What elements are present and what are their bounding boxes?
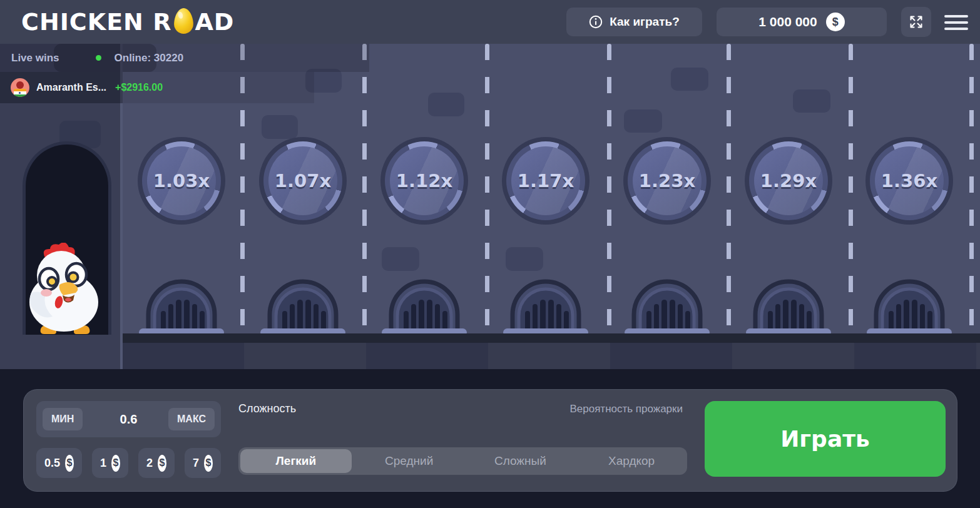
tab-hardcore[interactable]: Хардкор (576, 447, 687, 475)
road-bump (428, 93, 464, 116)
info-icon (589, 15, 603, 29)
sidewalk (0, 343, 980, 369)
player-name: Amaranth Es... (36, 82, 106, 93)
road-bump (624, 109, 662, 133)
road-bump (671, 68, 708, 91)
chicken-character (24, 243, 106, 343)
multiplier-tile-6[interactable]: 1.29x (745, 137, 832, 225)
road-bump (382, 247, 419, 271)
road-bump (262, 115, 298, 139)
multiplier-tile-4[interactable]: 1.17x (502, 137, 590, 225)
multiplier-value: 1.17x (502, 137, 590, 225)
live-win-entry[interactable]: Amaranth Es... +$2916.00 (0, 72, 313, 103)
difficulty-tabs: Легкий Средний Сложный Хардкор (238, 447, 687, 475)
live-wins-bar: Live wins Online: 30220 (0, 44, 369, 72)
fullscreen-icon (909, 14, 924, 29)
sewer-grate (745, 276, 832, 336)
difficulty-label: Сложность (238, 402, 296, 415)
quick-bet-7-button[interactable]: 7 $ (185, 448, 221, 478)
lane-divider (485, 44, 489, 338)
how-to-play-label: Как играть? (610, 15, 680, 29)
game-road: 1.03x 1.07x 1.12x 1.17x 1.23x 1.29x 1.36… (0, 44, 980, 369)
play-button[interactable]: Играть (705, 401, 946, 477)
header: CHICKEN R AD Как играть? 1 000 000 $ (0, 0, 980, 44)
control-panel: МИН МАКС 0.5 $ 1 $ 2 $ 7 $ Сложность Вер… (23, 389, 957, 492)
balance-value: 1 000 000 (758, 14, 817, 29)
tab-medium[interactable]: Средний (354, 447, 465, 475)
sewer-grate (865, 276, 953, 336)
dollar-coin-icon: $ (111, 455, 120, 472)
lane-divider (849, 44, 853, 338)
how-to-play-button[interactable]: Как играть? (566, 8, 702, 36)
menu-button[interactable] (944, 15, 968, 30)
multiplier-value: 1.36x (865, 137, 953, 225)
roast-probability-label: Вероятность прожарки (457, 403, 683, 415)
road-bump (793, 89, 830, 113)
dollar-coin-icon: $ (826, 13, 845, 31)
sewer-grate (380, 276, 468, 336)
multiplier-tile-3[interactable]: 1.12x (380, 137, 468, 225)
menu-icon (944, 15, 968, 18)
logo-text-left: CHICKEN R (21, 8, 171, 36)
multiplier-tile-5[interactable]: 1.23x (623, 137, 711, 225)
multiplier-tile-2[interactable]: 1.07x (259, 137, 347, 225)
bet-min-button[interactable]: МИН (43, 408, 83, 430)
win-amount: +$2916.00 (115, 82, 163, 93)
multiplier-value: 1.07x (259, 137, 347, 225)
player-avatar (11, 78, 29, 97)
multiplier-value: 1.23x (623, 137, 711, 225)
quick-bet-1-button[interactable]: 1 $ (92, 448, 128, 478)
lane-divider (969, 44, 974, 338)
lane-divider (727, 44, 731, 338)
app-logo: CHICKEN R AD (21, 0, 234, 44)
bet-amount-box: МИН МАКС (36, 401, 221, 437)
online-count: Online: 30220 (115, 52, 184, 64)
india-flag-icon (14, 89, 26, 97)
sewer-grate (502, 276, 590, 336)
multiplier-value: 1.03x (138, 137, 225, 225)
lane-divider (362, 44, 367, 338)
live-wins-title: Live wins (11, 52, 59, 64)
balance-display[interactable]: 1 000 000 $ (717, 8, 887, 36)
quick-bet-2-button[interactable]: 2 $ (138, 448, 175, 478)
quick-bet-0.5-button[interactable]: 0.5 $ (36, 448, 82, 478)
chicken-road-app: CHICKEN R AD Как играть? 1 000 000 $ (0, 0, 980, 508)
curb-line (0, 333, 980, 343)
egg-icon (173, 8, 194, 34)
multiplier-value: 1.12x (380, 137, 468, 225)
lane-divider (607, 44, 611, 338)
fullscreen-button[interactable] (901, 7, 931, 37)
bet-amount-input[interactable] (86, 401, 171, 437)
multiplier-value: 1.29x (745, 137, 832, 225)
sewer-grate (623, 276, 711, 336)
bet-max-button[interactable]: МАКС (168, 408, 215, 430)
multiplier-tile-7[interactable]: 1.36x (865, 137, 953, 225)
quick-bet-row: 0.5 $ 1 $ 2 $ 7 $ (36, 448, 221, 478)
dollar-coin-icon: $ (65, 455, 74, 472)
dollar-coin-icon: $ (158, 455, 166, 472)
multiplier-tile-1[interactable]: 1.03x (138, 137, 225, 225)
tab-easy[interactable]: Легкий (240, 449, 352, 473)
tab-hard[interactable]: Сложный (465, 447, 576, 475)
sewer-grate (138, 276, 225, 336)
logo-text-right: AD (195, 8, 234, 36)
dollar-coin-icon: $ (204, 455, 213, 472)
road-bump (506, 247, 543, 271)
sewer-grate (259, 276, 347, 336)
online-dot-icon (96, 55, 101, 61)
